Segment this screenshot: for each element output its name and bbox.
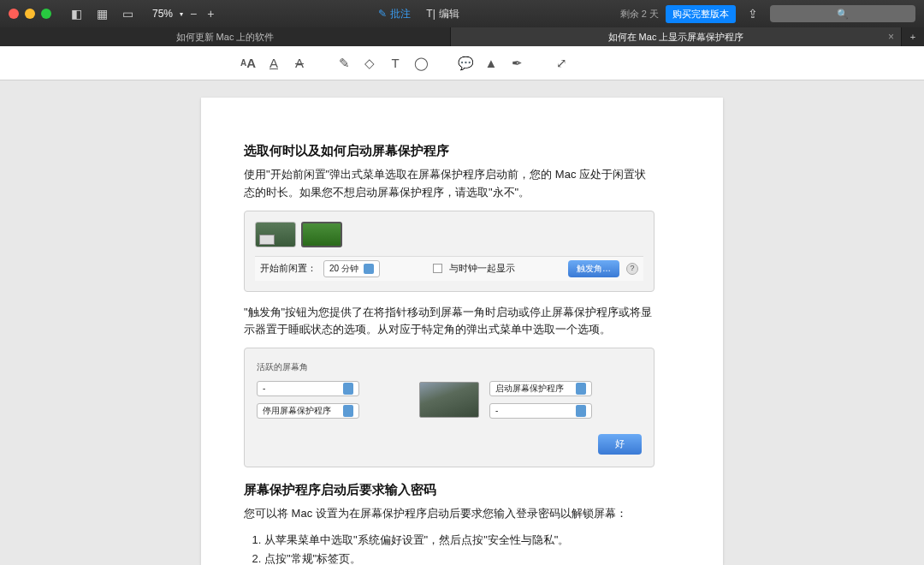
dd-tr-value: 启动屏幕保护程序	[495, 382, 564, 396]
paragraph-1: 使用"开始前闲置"弹出式菜单选取在屏幕保护程序启动前，您的 Mac 应处于闲置状…	[244, 166, 654, 202]
thumbnail-icon[interactable]: ▭	[118, 6, 137, 21]
paragraph-3: 您可以将 Mac 设置为在屏幕保护程序启动后要求您输入登录密码以解锁屏幕：	[244, 505, 654, 523]
font-size-icon[interactable]: AA	[240, 55, 257, 72]
paragraph-2: "触发角"按钮为您提供了在将指针移动到屏幕一角时启动或停止屏幕保护程序或将显示器…	[244, 304, 654, 340]
corner-dropdown-bl[interactable]: 停用屏幕保护程序	[257, 403, 359, 419]
clock-label: 与时钟一起显示	[449, 261, 515, 277]
search-input[interactable]: 🔍	[770, 5, 915, 22]
step-2: 点按"常规"标签页。	[264, 550, 654, 565]
underline-icon[interactable]: A	[265, 55, 282, 72]
tab-close-icon[interactable]: ×	[888, 31, 894, 43]
editor-toolbar: AA A A ✎ ◇ T ◯ 💬 ▲ ✒ ⤢	[0, 46, 924, 80]
steps-list: 从苹果菜单中选取"系统偏好设置"，然后点按"安全性与隐私"。 点按"常规"标签页…	[264, 532, 654, 565]
minimize-window[interactable]	[25, 9, 35, 19]
embedded-screenshot-1: 开始前闲置： 20 分钟 与时钟一起显示 触发角… ?	[244, 211, 654, 292]
zoom-value[interactable]: 75%	[149, 8, 176, 20]
maximize-window[interactable]	[41, 9, 51, 19]
trial-text: 剩余 2 天	[620, 8, 659, 21]
tab-bar: 如何更新 Mac 上的软件 × 如何在 Mac 上显示屏幕保护程序 +	[0, 27, 924, 46]
embedded-screenshot-2: 活跃的屏幕角 - 启动屏幕保护程序 停用屏幕保护程序 - 好	[244, 348, 654, 467]
corner-dropdown-br[interactable]: -	[489, 403, 592, 419]
add-tab[interactable]: +	[902, 27, 924, 46]
buy-button[interactable]: 购买完整版本	[666, 5, 736, 23]
tab-1[interactable]: 如何更新 Mac 上的软件	[0, 27, 451, 46]
screensaver-thumb-2	[301, 222, 342, 247]
hot-corners-preview	[419, 382, 479, 418]
window-controls	[9, 9, 51, 19]
sidebar-icon[interactable]: ◧	[67, 6, 86, 21]
idle-dropdown[interactable]: 20 分钟	[323, 260, 380, 277]
idle-label: 开始前闲置：	[260, 261, 317, 277]
tab-1-title: 如何更新 Mac 上的软件	[176, 31, 275, 44]
share-icon[interactable]: ⇪	[748, 7, 758, 21]
strikethrough-icon[interactable]: A	[291, 55, 308, 72]
step-1: 从苹果菜单中选取"系统偏好设置"，然后点按"安全性与隐私"。	[264, 532, 654, 550]
tab-2[interactable]: × 如何在 Mac 上显示屏幕保护程序	[451, 27, 902, 46]
zoom-control: 75% ▾ − +	[149, 7, 217, 21]
zoom-dropdown-icon[interactable]: ▾	[180, 10, 183, 18]
help-icon[interactable]: ?	[626, 263, 638, 275]
search-icon: 🔍	[837, 9, 849, 20]
idle-dropdown-value: 20 分钟	[329, 262, 358, 276]
expand-icon[interactable]: ⤢	[553, 55, 570, 72]
close-window[interactable]	[9, 9, 19, 19]
dd-bl-value: 停用屏幕保护程序	[263, 404, 331, 418]
text-icon: T|	[426, 8, 435, 20]
edit-label: 编辑	[439, 7, 459, 21]
annotate-label: 批注	[390, 7, 411, 21]
titlebar: ◧ ▦ ▭ 75% ▾ − + ✎ 批注 T| 编辑 剩余 2 天 购买完整版本…	[0, 0, 924, 27]
clock-checkbox[interactable]	[433, 264, 442, 273]
dd-tl-value: -	[263, 382, 265, 396]
heading-1: 选取何时以及如何启动屏幕保护程序	[244, 140, 654, 161]
workspace: 选取何时以及如何启动屏幕保护程序 使用"开始前闲置"弹出式菜单选取在屏幕保护程序…	[0, 80, 924, 565]
comment-icon[interactable]: 💬	[457, 55, 474, 72]
highlighter-icon[interactable]: ✎	[335, 55, 352, 72]
grid-icon[interactable]: ▦	[92, 6, 111, 21]
eraser-icon[interactable]: ◇	[361, 55, 378, 72]
shape-icon[interactable]: ◯	[412, 55, 429, 72]
text-tool-icon[interactable]: T	[387, 55, 404, 72]
document-page: 选取何时以及如何启动屏幕保护程序 使用"开始前闲置"弹出式菜单选取在屏幕保护程序…	[201, 98, 723, 565]
annotate-button[interactable]: ✎ 批注	[378, 7, 411, 21]
ok-button[interactable]: 好	[598, 434, 642, 455]
dd-br-value: -	[495, 404, 498, 418]
corner-dropdown-tl[interactable]: -	[257, 381, 359, 396]
stamp-icon[interactable]: ▲	[483, 55, 500, 72]
zoom-in[interactable]: +	[204, 7, 217, 21]
heading-2: 屏幕保护程序启动后要求输入密码	[244, 479, 654, 500]
corner-dropdown-tr[interactable]: 启动屏幕保护程序	[489, 381, 592, 396]
pen-icon[interactable]: ✒	[508, 55, 525, 72]
tab-2-title: 如何在 Mac 上显示屏幕保护程序	[608, 31, 744, 44]
hot-corners-button[interactable]: 触发角…	[568, 260, 619, 277]
edit-button[interactable]: T| 编辑	[426, 7, 459, 21]
hot-corners-title: 活跃的屏幕角	[257, 360, 642, 374]
screensaver-thumb-1	[255, 222, 296, 247]
pencil-icon: ✎	[378, 8, 387, 20]
zoom-out[interactable]: −	[187, 7, 200, 21]
